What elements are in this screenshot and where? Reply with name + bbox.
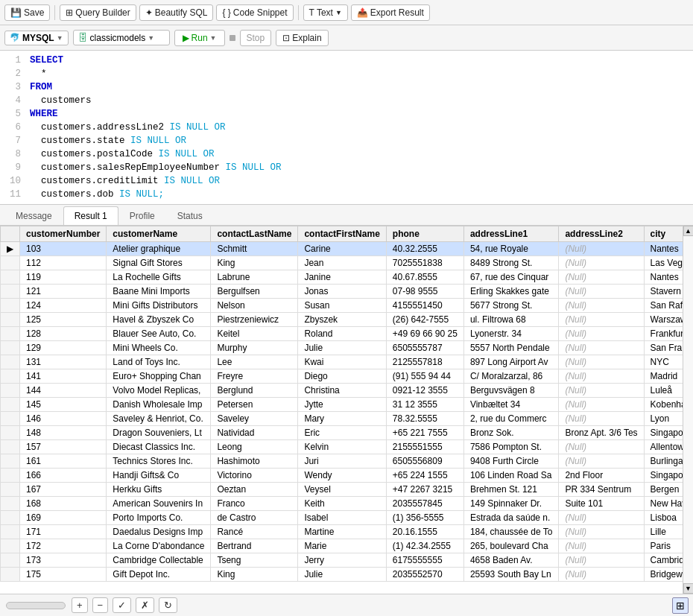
table-cell: Estrada da saúde n. xyxy=(463,511,559,525)
table-row[interactable]: 171Daedalus Designs ImpRancéMartine20.16… xyxy=(1,525,683,539)
table-row[interactable]: 125Havel & Zbyszek CoPiestrzeniewiczZbys… xyxy=(1,313,683,327)
table-cell: PR 334 Sentrum xyxy=(559,483,644,497)
table-row[interactable]: ▶103Atelier graphiqueSchmittCarine40.32.… xyxy=(1,242,683,256)
horizontal-scrollbar[interactable] xyxy=(6,602,66,609)
row-indicator xyxy=(1,355,20,369)
col-addressLine2[interactable]: addressLine2 xyxy=(559,226,644,242)
table-row[interactable]: 131Land of Toys Inc.LeeKwai2125557818897… xyxy=(1,355,683,369)
table-row[interactable]: 175Gift Depot Inc.KingJulie2035552570255… xyxy=(1,568,683,582)
export-button[interactable]: 📤 Export Result xyxy=(351,4,430,21)
table-cell: Janine xyxy=(298,270,386,285)
code-editor[interactable]: 12345 67891011 SELECT * FROM customers W… xyxy=(0,51,693,205)
table-cell: Keith xyxy=(298,497,386,511)
explain-icon: ⊡ xyxy=(282,33,290,43)
table-row[interactable]: 172La Corne D'abondanceBertrandMarie(1) … xyxy=(1,539,683,553)
table-row[interactable]: 141Euro+ Shopping ChanFreyreDiego(91) 55… xyxy=(1,369,683,384)
table-cell: Keitel xyxy=(211,327,298,341)
table-row[interactable]: 145Danish Wholesale ImpPetersenJytte31 1… xyxy=(1,398,683,412)
row-indicator xyxy=(1,369,20,384)
col-customerName[interactable]: customerName xyxy=(107,226,211,242)
explain-button[interactable]: ⊡ Explain xyxy=(276,30,328,46)
tab-result1[interactable]: Result 1 xyxy=(63,206,118,225)
grid-view-button[interactable]: ⊞ xyxy=(672,597,689,614)
bottom-bar: + − ✓ ✗ ↻ ⊞ xyxy=(0,594,693,616)
table-cell: Cambridge Collectable xyxy=(107,553,211,568)
table-row[interactable]: 168American Souvenirs InFrancoKeith20355… xyxy=(1,497,683,511)
table-cell: 6505556809 xyxy=(386,454,463,469)
save-button[interactable]: 💾 Save xyxy=(4,4,50,21)
table-cell: Bergen xyxy=(644,483,683,497)
table-row[interactable]: 173Cambridge CollectableTsengJerry617555… xyxy=(1,553,683,568)
table-cell: Lee xyxy=(211,355,298,369)
table-cell: Lyon xyxy=(644,412,683,426)
table-cell: 106 Linden Road Sa xyxy=(463,469,559,483)
table-cell: Jerry xyxy=(298,553,386,568)
table-cell: 167 xyxy=(20,483,107,497)
stop-button[interactable]: Stop xyxy=(240,30,272,46)
scroll-track[interactable] xyxy=(683,236,693,583)
table-cell: Bronz Sok. xyxy=(463,426,559,440)
query-builder-button[interactable]: ⊞ Query Builder xyxy=(60,4,136,21)
table-row[interactable]: 112Signal Gift StoresKingJean70255518388… xyxy=(1,256,683,270)
save-icon: 💾 xyxy=(10,7,22,18)
scroll-up-button[interactable]: ▲ xyxy=(683,226,694,236)
db-name-select[interactable]: 🗄 classicmodels ▼ xyxy=(73,30,170,45)
table-cell: Wendy xyxy=(298,469,386,483)
beautify-button[interactable]: ✦ Beautify SQL xyxy=(139,4,214,21)
table-row[interactable]: 119La Rochelle GiftsLabruneJanine40.67.8… xyxy=(1,270,683,285)
table-row[interactable]: 146Saveley & Henriot, Co.SaveleyMary78.3… xyxy=(1,412,683,426)
table-row[interactable]: 128Blauer See Auto, Co.KeitelRoland+49 6… xyxy=(1,327,683,341)
scroll-down-button[interactable]: ▼ xyxy=(683,583,694,594)
table-cell: 146 xyxy=(20,412,107,426)
row-indicator xyxy=(1,568,20,582)
tab-profile[interactable]: Profile xyxy=(118,206,166,225)
table-cell: +49 69 66 90 25 xyxy=(386,327,463,341)
table-cell: Mary xyxy=(298,412,386,426)
add-row-button[interactable]: + xyxy=(72,597,88,613)
tab-status[interactable]: Status xyxy=(166,206,214,225)
table-row[interactable]: 124Mini Gifts DistributorsNelsonSusan415… xyxy=(1,299,683,313)
col-addressLine1[interactable]: addressLine1 xyxy=(463,226,559,242)
table-cell: 184, chaussée de To xyxy=(463,525,559,539)
text-dropdown-icon: ▼ xyxy=(335,9,342,16)
code-snippet-button[interactable]: { } Code Snippet xyxy=(216,4,293,21)
table-cell: 129 xyxy=(20,341,107,355)
code-content[interactable]: SELECT * FROM customers WHERE customers.… xyxy=(27,54,693,201)
row-indicator xyxy=(1,469,20,483)
table-cell: La Rochelle Gifts xyxy=(107,270,211,285)
table-row[interactable]: 121Baane Mini ImportsBergulfsenJonas07-9… xyxy=(1,285,683,299)
table-cell: Natividad xyxy=(211,426,298,440)
row-indicator xyxy=(1,327,20,341)
table-cell: 2, rue du Commerc xyxy=(463,412,559,426)
results-container[interactable]: customerNumber customerName contactLastN… xyxy=(0,226,683,594)
table-cell: Leong xyxy=(211,440,298,454)
table-row[interactable]: 161Technics Stores Inc.HashimotoJuri6505… xyxy=(1,454,683,469)
table-row[interactable]: 167Herkku GiftsOeztanVeysel+47 2267 3215… xyxy=(1,483,683,497)
table-row[interactable]: 129Mini Wheels Co.MurphyJulie65055557875… xyxy=(1,341,683,355)
db-engine-select[interactable]: 🐬 MYSQL ▼ xyxy=(4,31,69,45)
table-row[interactable]: 169Porto Imports Co.de CastroIsabel(1) 3… xyxy=(1,511,683,525)
col-contactFirstName[interactable]: contactFirstName xyxy=(298,226,386,242)
table-cell: (1) 356-5555 xyxy=(386,511,463,525)
col-customerNumber[interactable]: customerNumber xyxy=(20,226,107,242)
code-snippet-icon: { } xyxy=(222,7,230,18)
confirm-button[interactable]: ✓ xyxy=(113,597,131,613)
table-row[interactable]: 144Volvo Model Replicas,BerglundChristin… xyxy=(1,384,683,398)
cancel-button[interactable]: ✗ xyxy=(136,597,154,613)
table-row[interactable]: 157Diecast Classics Inc.LeongKelvin21555… xyxy=(1,440,683,454)
remove-row-button[interactable]: − xyxy=(92,597,109,613)
table-cell: San Rafael xyxy=(644,299,683,313)
col-city[interactable]: city xyxy=(644,226,683,242)
run-button[interactable]: ▶ Run ▼ xyxy=(174,30,225,46)
col-contactLastName[interactable]: contactLastName xyxy=(211,226,298,242)
col-phone[interactable]: phone xyxy=(386,226,463,242)
table-row[interactable]: 148Dragon Souveniers, LtNatividadEric+65… xyxy=(1,426,683,440)
tab-message[interactable]: Message xyxy=(4,206,63,225)
table-cell: Technics Stores Inc. xyxy=(107,454,211,469)
table-cell: Paris xyxy=(644,539,683,553)
refresh-button[interactable]: ↻ xyxy=(159,597,177,613)
text-button[interactable]: T Text ▼ xyxy=(303,4,348,21)
vertical-scrollbar[interactable]: ▲ ▼ xyxy=(683,226,693,594)
row-indicator: ▶ xyxy=(1,242,20,256)
table-row[interactable]: 166Handji Gifts& CoVictorinoWendy+65 224… xyxy=(1,469,683,483)
